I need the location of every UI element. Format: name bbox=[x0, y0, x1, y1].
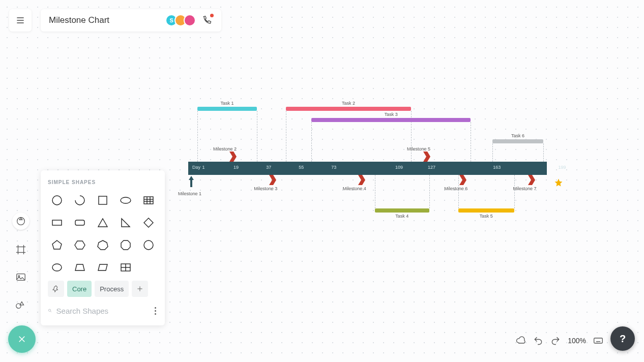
title-card: Milestone Chart S bbox=[41, 9, 221, 32]
milestone-arrow[interactable] bbox=[188, 176, 195, 187]
axis-unit-label: Day bbox=[192, 165, 200, 170]
guide-line bbox=[543, 143, 544, 162]
shape-rectangle[interactable] bbox=[48, 214, 67, 232]
svg-rect-32 bbox=[594, 338, 603, 343]
guide-line bbox=[492, 143, 493, 162]
milestone-marker[interactable] bbox=[268, 175, 276, 185]
zoom-level[interactable]: 100% bbox=[568, 337, 586, 345]
task-bar[interactable] bbox=[311, 118, 471, 122]
milestone-marker[interactable] bbox=[458, 175, 466, 185]
task-bar[interactable] bbox=[458, 208, 514, 213]
hamburger-icon bbox=[15, 15, 25, 25]
axis-tick: 127 bbox=[428, 165, 435, 170]
milestone-marker[interactable] bbox=[357, 175, 365, 185]
shapes-icon bbox=[15, 299, 26, 310]
svg-point-13 bbox=[52, 196, 62, 205]
milestone-label: Milestone 7 bbox=[513, 186, 536, 191]
tool-draw[interactable] bbox=[12, 296, 30, 313]
task-label: Task 3 bbox=[385, 112, 398, 117]
tab-pin[interactable] bbox=[48, 281, 64, 297]
shape-heptagon[interactable] bbox=[94, 236, 112, 254]
milestone-label: Milestone 4 bbox=[343, 186, 366, 191]
milestone-marker[interactable] bbox=[527, 175, 535, 185]
task-bar[interactable] bbox=[197, 107, 257, 111]
shape-trapezoid[interactable] bbox=[71, 258, 90, 277]
guide-line bbox=[429, 175, 430, 208]
image-icon bbox=[15, 272, 26, 283]
guide-line bbox=[471, 122, 471, 162]
redo-button[interactable] bbox=[550, 336, 561, 346]
svg-point-3 bbox=[17, 218, 25, 225]
tab-process[interactable]: Process bbox=[95, 281, 129, 297]
guide-line bbox=[311, 122, 312, 162]
keyboard-icon[interactable] bbox=[593, 336, 603, 346]
guide-line bbox=[286, 111, 286, 162]
shape-grid bbox=[48, 191, 158, 277]
task-bar[interactable] bbox=[492, 139, 543, 143]
shape-diamond[interactable] bbox=[139, 214, 158, 232]
shape-pentagon[interactable] bbox=[48, 236, 67, 254]
undo-button[interactable] bbox=[533, 336, 543, 346]
milestone-chart[interactable]: Day 119375573109127163199 Task 1Task 2Ta… bbox=[188, 97, 549, 224]
shape-arc[interactable] bbox=[71, 191, 90, 209]
document-title[interactable]: Milestone Chart bbox=[49, 15, 109, 25]
tool-image[interactable] bbox=[12, 268, 30, 286]
axis-tick: 37 bbox=[266, 165, 271, 170]
shape-table[interactable] bbox=[139, 191, 158, 209]
hamburger-menu[interactable] bbox=[9, 9, 32, 32]
collaborator-avatars: S bbox=[165, 14, 196, 26]
shape-rounded-rect[interactable] bbox=[71, 214, 90, 232]
search-icon bbox=[48, 306, 52, 315]
axis-tick: 19 bbox=[233, 165, 239, 170]
axis-tick: 199 bbox=[558, 165, 566, 170]
task-label: Task 6 bbox=[511, 133, 524, 138]
svg-point-15 bbox=[121, 197, 131, 203]
avatar-3[interactable] bbox=[184, 14, 196, 26]
panel-search bbox=[48, 302, 158, 319]
more-options[interactable] bbox=[153, 307, 158, 315]
shape-parallelogram[interactable] bbox=[94, 258, 112, 277]
plus-icon bbox=[136, 285, 144, 293]
shapes-panel: SIMPLE SHAPES Core Process bbox=[41, 170, 165, 325]
svg-line-31 bbox=[50, 311, 51, 312]
task-bar[interactable] bbox=[286, 107, 411, 111]
milestone-marker[interactable] bbox=[228, 152, 237, 162]
task-label: Task 2 bbox=[342, 101, 355, 106]
shape-circle[interactable] bbox=[48, 191, 67, 209]
panel-tabs: Core Process bbox=[48, 281, 158, 297]
tab-core[interactable]: Core bbox=[67, 281, 92, 297]
tool-frame[interactable] bbox=[12, 241, 30, 258]
close-panel-button[interactable] bbox=[8, 325, 36, 353]
guide-line bbox=[197, 111, 198, 162]
axis-tick: 55 bbox=[299, 165, 304, 170]
svg-rect-14 bbox=[99, 196, 107, 204]
shape-square[interactable] bbox=[94, 191, 112, 209]
task-bar[interactable] bbox=[375, 208, 429, 213]
shape-hexagon[interactable] bbox=[71, 236, 90, 254]
call-button[interactable] bbox=[201, 14, 213, 26]
shape-oval[interactable] bbox=[48, 258, 67, 277]
search-input[interactable] bbox=[56, 307, 153, 315]
shape-right-triangle[interactable] bbox=[116, 214, 135, 232]
guide-line bbox=[514, 175, 515, 208]
milestone-label: Milestone 2 bbox=[213, 146, 237, 152]
help-button[interactable]: ? bbox=[610, 326, 635, 351]
guide-line bbox=[257, 111, 257, 162]
shape-nonagon[interactable] bbox=[139, 236, 158, 254]
shape-triangle[interactable] bbox=[94, 214, 112, 232]
shape-grid[interactable] bbox=[116, 258, 135, 277]
cloud-sync-icon[interactable] bbox=[516, 336, 526, 346]
svg-point-30 bbox=[48, 309, 50, 311]
svg-point-24 bbox=[52, 264, 62, 271]
canvas-controls: 100% bbox=[516, 336, 603, 346]
shape-ellipse[interactable] bbox=[116, 191, 135, 209]
tab-add[interactable] bbox=[132, 281, 148, 297]
shape-octagon[interactable] bbox=[116, 236, 135, 254]
milestone-marker[interactable] bbox=[422, 152, 430, 162]
guide-line bbox=[375, 175, 375, 208]
star-icon bbox=[554, 178, 563, 187]
tool-shapes[interactable] bbox=[12, 213, 30, 230]
close-icon bbox=[17, 335, 26, 344]
pin-icon bbox=[52, 285, 60, 293]
axis-tick: 163 bbox=[493, 165, 501, 170]
